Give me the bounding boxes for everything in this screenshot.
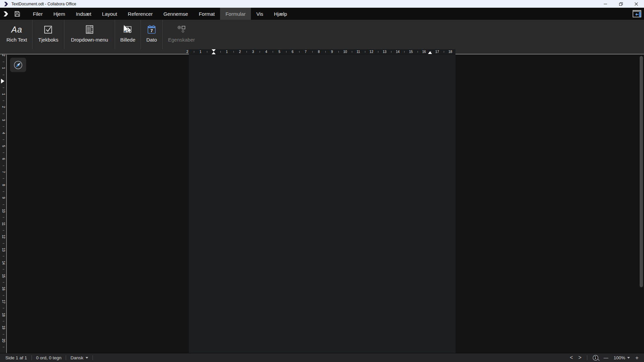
ruler-number: 2 <box>1 104 5 110</box>
ruler-tick <box>3 243 4 244</box>
toolbar-button-label: Egenskaber <box>168 37 195 43</box>
ruler-number: 1 <box>1 91 5 98</box>
toolbar-button-label: Dropdown-menu <box>71 37 108 43</box>
menu-item-label: Format <box>199 11 215 17</box>
ruler-number: 14 <box>395 49 400 54</box>
menu-item-hjem[interactable]: Hjem <box>48 8 70 20</box>
menu-item-vis[interactable]: Vis <box>251 8 269 20</box>
ruler-tick <box>3 217 4 218</box>
toolbar-button-label: Tjekboks <box>38 37 58 43</box>
menu-item-label: Layout <box>102 11 117 17</box>
document-canvas[interactable]: 211234567891011121314151617181920 <box>0 55 644 353</box>
ruler-number: 6 <box>290 49 295 54</box>
ruler-number: 15 <box>1 273 5 279</box>
zoom-in-button[interactable]: + <box>635 355 639 361</box>
next-page-button[interactable]: > <box>578 355 581 360</box>
ruler-tick <box>3 166 4 166</box>
menu-item-format[interactable]: Format <box>194 8 220 20</box>
language-selector[interactable]: Dansk <box>70 355 88 360</box>
navigation-compass-widget[interactable] <box>10 58 26 72</box>
ruler-tick <box>207 51 207 53</box>
ruler-tick <box>3 191 4 192</box>
zoom-level-selector[interactable]: 100% <box>614 355 630 360</box>
menu-item-label: Vis <box>256 11 263 17</box>
language-label: Dansk <box>70 355 83 360</box>
ruler-number: 6 <box>1 156 5 162</box>
ruler-tick <box>3 308 4 308</box>
scrollbar-thumb[interactable] <box>640 56 643 287</box>
close-button[interactable] <box>629 0 644 8</box>
dropdown-list-icon <box>85 24 95 35</box>
toolbar-button-rich-text[interactable]: AaRich Text <box>1 20 32 49</box>
statusbar-separator <box>66 355 66 360</box>
ruler-tick <box>365 51 365 53</box>
ruler-tick <box>273 51 273 53</box>
ruler-horizontal: 21123456789101112131415161718 <box>0 49 644 54</box>
properties-icon <box>176 24 186 35</box>
ruler-tick <box>194 51 194 53</box>
ruler-number: 1 <box>224 49 229 54</box>
calendar-icon: 7 <box>147 24 157 35</box>
zoom-tool-icon[interactable]: 1 <box>593 355 598 361</box>
sidebar-toggle-button[interactable] <box>630 8 644 20</box>
menu-item-label: Indsæt <box>76 11 91 17</box>
menu-item-formular[interactable]: Formular <box>220 8 251 20</box>
menu-item-gennemse[interactable]: Gennemse <box>158 8 193 20</box>
ruler-number: 16 <box>421 49 427 54</box>
ruler-tick <box>312 51 313 53</box>
toolbar-button-dato[interactable]: 7Dato <box>141 20 162 49</box>
titlebar: TextDocument.odt - Collabora Office <box>0 0 644 8</box>
ruler-tick <box>3 62 4 62</box>
ruler-number: 13 <box>1 246 5 253</box>
ruler-number: 8 <box>316 49 322 54</box>
toolbar-button-tjekboks[interactable]: Tjekboks <box>33 20 64 49</box>
toolbar-button-label: Rich Text <box>6 37 27 43</box>
ruler-tick <box>378 51 378 53</box>
ruler-number: 13 <box>382 49 387 54</box>
ruler-tick <box>3 347 4 347</box>
ruler-tick <box>3 230 4 231</box>
ruler-number: 18 <box>448 49 453 54</box>
save-button[interactable] <box>11 8 23 20</box>
ruler-number: 19 <box>1 324 5 331</box>
menu-item-label: Hjem <box>53 11 65 17</box>
ruler-number: 18 <box>1 311 5 318</box>
ruler-number: 11 <box>1 221 5 227</box>
ruler-number: 3 <box>251 49 256 54</box>
ruler-number: 2 <box>1 52 5 59</box>
ruler-number: 2 <box>185 49 190 54</box>
ruler-number: 4 <box>1 130 5 136</box>
ruler-tick <box>352 51 352 53</box>
minimize-button[interactable] <box>598 0 613 8</box>
collabora-logo-icon <box>0 8 11 20</box>
margin-marker-top[interactable] <box>1 79 4 83</box>
toolbar-button-dropdown-menu[interactable]: Dropdown-menu <box>64 20 115 49</box>
vertical-scrollbar[interactable] <box>639 55 644 353</box>
menu-item-referencer[interactable]: Referencer <box>122 8 158 20</box>
sidebar-icon <box>633 10 641 17</box>
ruler-tick <box>391 51 391 53</box>
caret-down-icon <box>86 357 88 359</box>
toolbar-button-label: Billede <box>120 37 135 43</box>
menu-item-label: Formular <box>225 11 246 17</box>
previous-page-button[interactable]: < <box>570 355 573 360</box>
ruler-number: 7 <box>303 49 308 54</box>
menu-item-filer[interactable]: Filer <box>28 8 48 20</box>
menu-item-layout[interactable]: Layout <box>97 8 122 20</box>
menu-item-indsaet[interactable]: Indsæt <box>70 8 97 20</box>
ruler-number: 3 <box>1 117 5 123</box>
maximize-button[interactable] <box>613 0 629 8</box>
close-icon <box>634 2 638 6</box>
ruler-tick <box>3 178 4 179</box>
indent-marker-right[interactable] <box>428 51 432 54</box>
menu-item-hjaelp[interactable]: Hjælp <box>269 8 292 20</box>
caret-down-icon <box>627 357 630 359</box>
ruler-number: 4 <box>264 49 269 54</box>
menu-item-label: Gennemse <box>163 11 188 17</box>
compass-icon <box>12 59 24 71</box>
indent-marker-first-line[interactable] <box>212 49 216 54</box>
document-page[interactable] <box>189 55 455 353</box>
menu-item-label: Filer <box>33 11 43 17</box>
zoom-out-button[interactable]: — <box>604 355 608 360</box>
ruler-number: 12 <box>1 233 5 240</box>
